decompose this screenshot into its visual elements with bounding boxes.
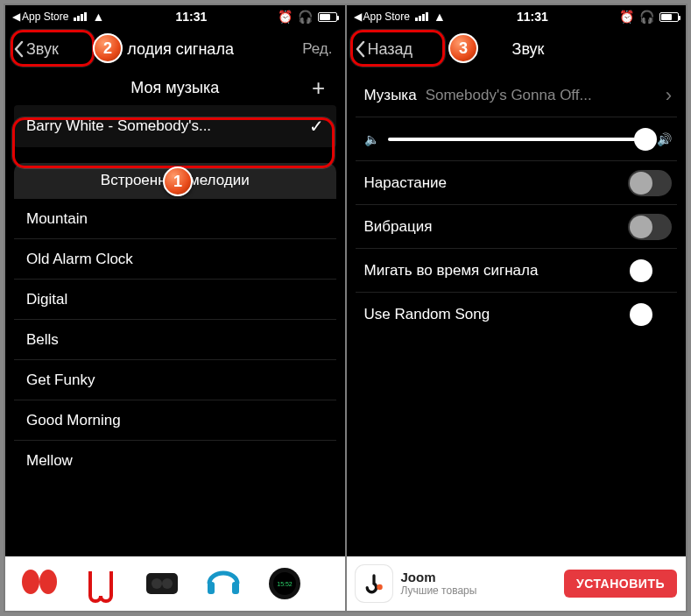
signal-icon (74, 12, 87, 21)
svg-rect-5 (208, 582, 215, 594)
speaker-high-icon: 🔊 (657, 132, 672, 146)
melody-item[interactable]: Digital (14, 279, 336, 319)
add-music-button[interactable]: + (307, 75, 331, 100)
install-button[interactable]: УСТАНОВИТЬ (564, 570, 677, 598)
ad-subtitle: Лучшие товары (401, 585, 555, 598)
battery-icon (659, 12, 679, 22)
back-label: Звук (26, 40, 59, 59)
alarm-icon: ⏰ (619, 10, 634, 24)
music-value: Somebody's Gonna Off... (426, 87, 662, 104)
chevron-right-icon: › (666, 84, 672, 107)
melody-item[interactable]: Old Alarm Clock (14, 238, 336, 279)
random-toggle[interactable] (628, 301, 672, 328)
random-row: Use Random Song (356, 293, 678, 336)
selected-track-label: Barry White - Somebody's... (26, 117, 211, 135)
ad-banner-products[interactable]: 15:52 (5, 556, 345, 611)
clock: 11:31 (175, 10, 207, 24)
melody-list: Mountain Old Alarm Clock Digital Bells G… (14, 198, 336, 480)
ad-product-icon (74, 562, 128, 605)
alarm-icon: ⏰ (278, 10, 293, 24)
fade-in-label: Нарастание (364, 174, 448, 192)
wifi-icon: ▲ (434, 10, 446, 24)
ad-title: Joom (401, 570, 555, 584)
flash-toggle[interactable] (628, 258, 672, 284)
nav-bar: Назад Звук (347, 28, 687, 70)
music-row[interactable]: Музыка Somebody's Gonna Off... › (356, 74, 678, 117)
random-label: Use Random Song (364, 306, 490, 323)
nav-bar: Звук лодия сигнала Ред. (5, 28, 345, 70)
volume-slider[interactable] (388, 138, 649, 141)
ad-product-icon (135, 562, 189, 605)
melody-item[interactable]: Mountain (14, 198, 336, 238)
headphones-icon: 🎧 (639, 10, 654, 24)
fade-in-row: Нарастание (356, 161, 678, 205)
melody-item[interactable]: Good Morning (14, 400, 336, 440)
page-title: лодия сигнала (66, 40, 295, 59)
back-label: Назад (368, 40, 413, 59)
status-bar: ◀ App Store ▲ 11:31 ⏰ 🎧 (347, 5, 687, 28)
svg-rect-6 (232, 582, 239, 594)
status-bar: ◀ App Store ▲ 11:31 ⏰ 🎧 (5, 5, 345, 28)
speaker-low-icon: 🔈 (364, 132, 379, 146)
edit-button[interactable]: Ред. (295, 40, 339, 58)
breadcrumb-appstore[interactable]: ◀ App Store (354, 11, 410, 23)
check-icon: ✓ (309, 116, 324, 137)
vibration-toggle[interactable] (628, 214, 672, 240)
builtin-header: Встроенные мелодии (14, 163, 336, 198)
fade-in-toggle[interactable] (628, 170, 672, 196)
ad-product-icon (196, 562, 250, 605)
back-button[interactable]: Звук (11, 39, 66, 60)
ad-product-icon (12, 562, 67, 605)
vibration-label: Вибрация (364, 218, 433, 236)
svg-point-1 (39, 570, 57, 594)
wifi-icon: ▲ (92, 10, 104, 24)
phone-left: ◀ App Store ▲ 11:31 ⏰ 🎧 Звук лодия сигна… (5, 5, 345, 611)
headphones-icon: 🎧 (298, 10, 313, 24)
signal-icon (415, 12, 428, 21)
volume-slider-row: 🔈 🔊 (356, 117, 678, 161)
melody-item[interactable]: Bells (14, 319, 336, 359)
svg-point-4 (162, 578, 173, 589)
svg-text:15:52: 15:52 (277, 581, 293, 587)
ad-product-icon: 15:52 (257, 562, 312, 605)
battery-icon (318, 12, 337, 22)
page-title: Звук (420, 40, 637, 59)
svg-point-3 (152, 578, 162, 589)
clock: 11:31 (517, 10, 548, 24)
flash-row: Мигать во время сигнала (356, 249, 678, 293)
svg-point-0 (22, 570, 39, 594)
melody-item[interactable]: Get Funky (14, 359, 336, 400)
breadcrumb-appstore[interactable]: ◀ App Store (12, 11, 68, 23)
svg-point-10 (377, 584, 383, 591)
slider-thumb[interactable] (634, 128, 657, 151)
joom-logo-icon (356, 565, 392, 602)
music-label: Музыка (364, 87, 417, 104)
selected-track-row[interactable]: Barry White - Somebody's... ✓ (14, 105, 336, 147)
melody-item[interactable]: Mellow (14, 440, 336, 480)
back-button[interactable]: Назад (352, 39, 420, 60)
vibration-row: Вибрация (356, 205, 678, 249)
flash-label: Мигать во время сигнала (364, 262, 539, 280)
my-music-header: Моя музыка + (14, 70, 336, 105)
ad-banner-joom[interactable]: Joom Лучшие товары УСТАНОВИТЬ (347, 556, 687, 611)
phone-right: ◀ App Store ▲ 11:31 ⏰ 🎧 Назад Звук (347, 5, 687, 611)
